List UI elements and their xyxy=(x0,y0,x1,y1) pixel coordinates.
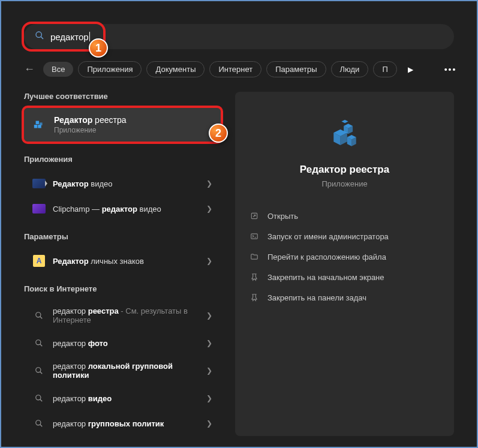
search-icon xyxy=(32,364,46,377)
annotation-badge-1: 1 xyxy=(89,38,108,58)
settings-result-char-editor[interactable]: A Редактор личных знаков ❯ xyxy=(24,248,221,273)
web-result-label: редактор реестра - См. результаты в Инте… xyxy=(53,306,191,324)
svg-line-7 xyxy=(40,317,43,319)
svg-marker-22 xyxy=(341,120,348,124)
best-match-subtitle: Приложение xyxy=(54,126,126,134)
chevron-right-icon: ❯ xyxy=(206,311,212,320)
search-query-text: редактор xyxy=(50,32,89,42)
chevron-right-icon: ❯ xyxy=(206,339,212,347)
best-match-result[interactable]: Редактор реестра Приложение xyxy=(24,108,221,142)
filter-people[interactable]: Люди xyxy=(331,61,369,77)
svg-line-11 xyxy=(40,372,43,374)
action-open-location[interactable]: Перейти к расположению файла xyxy=(249,251,440,263)
filter-row: ← Все Приложения Документы Интернет Пара… xyxy=(24,61,454,77)
web-result-label: редактор видео xyxy=(53,394,112,403)
svg-line-15 xyxy=(40,425,43,427)
chevron-right-icon: ❯ xyxy=(206,179,212,188)
open-icon xyxy=(249,211,259,221)
section-apps: Приложения xyxy=(24,155,221,164)
web-result-label: редактор фото xyxy=(53,339,108,348)
search-icon xyxy=(32,417,46,430)
search-icon xyxy=(32,392,46,405)
filter-internet[interactable]: Интернет xyxy=(209,61,261,77)
svg-line-1 xyxy=(41,37,43,39)
search-icon xyxy=(32,336,46,350)
folder-icon xyxy=(249,252,259,261)
web-result[interactable]: редактор локальной групповой политики ❯ xyxy=(24,356,221,386)
back-arrow-icon[interactable]: ← xyxy=(24,63,35,76)
preview-panel: Редактор реестра Приложение Открыть Запу… xyxy=(235,92,454,436)
admin-icon xyxy=(249,231,259,241)
web-result[interactable]: редактор групповых политик ❯ xyxy=(24,411,221,436)
filter-documents[interactable]: Документы xyxy=(146,61,205,77)
svg-rect-2 xyxy=(34,125,38,128)
settings-result-label: Редактор личных знаков xyxy=(53,257,144,266)
action-pin-taskbar[interactable]: Закрепить на панели задач xyxy=(249,291,440,303)
app-result-clipchamp[interactable]: Clipchamp — редактор видео ❯ xyxy=(24,196,221,221)
svg-point-12 xyxy=(36,395,41,400)
filter-truncated[interactable]: П xyxy=(373,61,396,77)
chevron-right-icon: ❯ xyxy=(206,205,212,213)
action-run-as-admin[interactable]: Запуск от имени администратора xyxy=(249,230,440,242)
svg-point-8 xyxy=(36,340,41,345)
regedit-large-icon xyxy=(327,117,363,153)
svg-line-13 xyxy=(40,399,43,402)
action-open[interactable]: Открыть xyxy=(249,210,440,222)
best-match-title: Редактор реестра xyxy=(54,115,126,125)
svg-point-14 xyxy=(36,420,41,425)
filter-settings[interactable]: Параметры xyxy=(266,61,326,77)
pin-icon xyxy=(249,272,259,282)
preview-title: Редактор реестра xyxy=(249,164,440,176)
video-editor-icon xyxy=(32,177,46,190)
svg-line-9 xyxy=(40,344,43,347)
results-column: Лучшее соответствие Редактор реестра При… xyxy=(24,92,221,436)
annotation-badge-2: 2 xyxy=(209,124,228,143)
action-label: Открыть xyxy=(267,212,298,221)
app-result-label: Clipchamp — редактор видео xyxy=(53,205,161,214)
svg-rect-5 xyxy=(40,122,43,125)
play-icon[interactable]: ▶ xyxy=(408,65,413,74)
svg-rect-27 xyxy=(251,234,258,239)
clipchamp-icon xyxy=(32,202,46,215)
text-cursor xyxy=(89,32,90,41)
svg-point-0 xyxy=(36,32,41,37)
chevron-right-icon: ❯ xyxy=(206,257,212,265)
web-result-label: редактор групповых политик xyxy=(53,419,164,428)
web-result[interactable]: редактор реестра - См. результаты в Инте… xyxy=(24,300,221,330)
svg-point-6 xyxy=(36,312,41,317)
char-editor-icon: A xyxy=(32,254,46,267)
section-settings: Параметры xyxy=(24,232,221,241)
regedit-icon xyxy=(32,118,47,132)
app-result-video-editor[interactable]: Редактор видео ❯ xyxy=(24,171,221,196)
chevron-right-icon: ❯ xyxy=(206,394,212,402)
chevron-right-icon: ❯ xyxy=(206,419,212,428)
filter-apps[interactable]: Приложения xyxy=(78,61,142,77)
action-label: Запуск от имени администратора xyxy=(267,232,389,241)
search-icon xyxy=(32,309,46,322)
app-result-label: Редактор видео xyxy=(53,179,112,188)
section-best-match: Лучшее соответствие xyxy=(24,92,221,101)
web-result[interactable]: редактор фото ❯ xyxy=(24,330,221,356)
action-label: Перейти к расположению файла xyxy=(267,252,386,261)
action-pin-start[interactable]: Закрепить на начальном экране xyxy=(249,271,440,283)
action-label: Закрепить на панели задач xyxy=(267,293,366,302)
pin-icon xyxy=(249,293,259,302)
more-menu-icon[interactable]: ••• xyxy=(444,65,457,74)
svg-point-10 xyxy=(36,368,41,372)
preview-actions: Открыть Запуск от имени администратора П… xyxy=(249,210,440,303)
search-icon xyxy=(35,31,44,43)
section-web: Поиск в Интернете xyxy=(24,284,221,293)
action-label: Закрепить на начальном экране xyxy=(267,273,384,282)
filter-all[interactable]: Все xyxy=(43,62,73,77)
svg-rect-4 xyxy=(36,121,40,125)
chevron-right-icon: ❯ xyxy=(206,366,212,375)
web-result[interactable]: редактор видео ❯ xyxy=(24,386,221,411)
web-result-label: редактор локальной групповой политики xyxy=(53,362,191,380)
preview-subtitle: Приложение xyxy=(249,179,440,188)
